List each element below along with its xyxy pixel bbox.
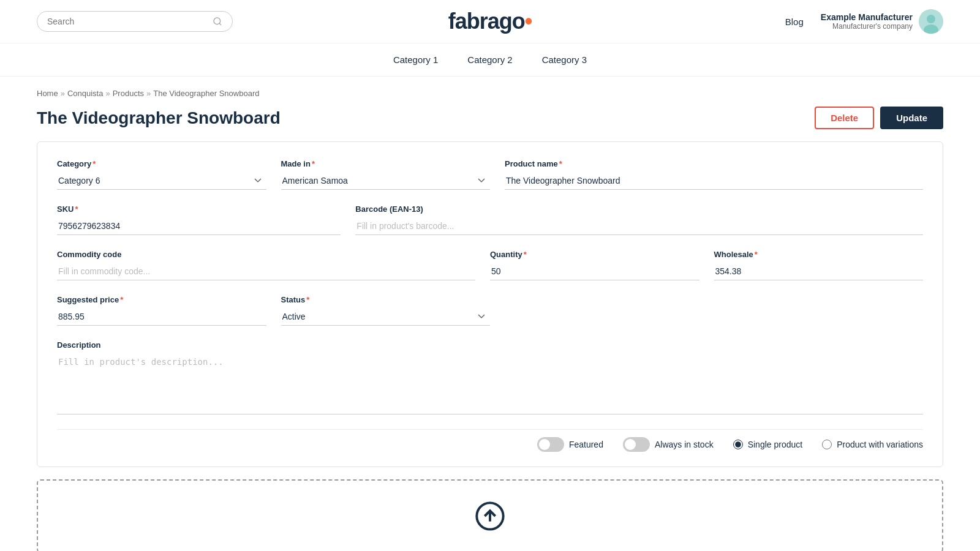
wholesale-required: * (755, 250, 758, 259)
logo: fabrago• (448, 9, 532, 34)
sku-label: SKU* (57, 204, 341, 214)
logo-dot: • (525, 9, 532, 34)
svg-point-3 (927, 15, 935, 23)
made-in-select[interactable]: American Samoa United States Germany Fra… (281, 172, 491, 190)
logo-area: fabrago• (339, 9, 641, 34)
header: fabrago• Blog Example Manufacturer Manuf… (0, 0, 980, 43)
user-info: Example Manufacturer Manufacturer's comp… (821, 9, 943, 34)
suggested-price-required: * (120, 295, 123, 304)
quantity-required: * (524, 250, 527, 259)
update-button[interactable]: Update (880, 107, 943, 129)
suggested-price-input[interactable] (57, 308, 266, 326)
header-right: Blog Example Manufacturer Manufacturer's… (641, 9, 943, 34)
breadcrumb-level1[interactable]: Conquista (67, 89, 104, 98)
made-in-label: Made in* (281, 159, 491, 168)
always-in-stock-toggle-group: Always in stock (623, 437, 714, 452)
sku-input[interactable] (57, 217, 341, 235)
barcode-group: Barcode (EAN-13) (355, 204, 923, 235)
suggested-price-label: Suggested price* (57, 295, 266, 304)
blog-link[interactable]: Blog (785, 17, 804, 27)
upload-area[interactable] (37, 479, 943, 551)
product-name-input[interactable] (505, 172, 923, 190)
barcode-input[interactable] (355, 217, 923, 235)
status-spacer (505, 295, 923, 326)
page-title: The Videographer Snowboard (37, 108, 281, 128)
category-group: Category* Category 1 Category 2 Category… (57, 159, 266, 190)
form-row-2: SKU* Barcode (EAN-13) (57, 204, 923, 235)
breadcrumb-current: The Videographer Snowboard (153, 89, 259, 98)
status-group: Status* Active Inactive Draft (281, 295, 491, 326)
always-in-stock-toggle[interactable] (623, 437, 650, 452)
status-select[interactable]: Active Inactive Draft (281, 308, 491, 326)
main-nav: Category 1 Category 2 Category 3 (0, 43, 980, 77)
category-select[interactable]: Category 1 Category 2 Category 3 Categor… (57, 172, 266, 190)
avatar (919, 9, 943, 34)
sku-group: SKU* (57, 204, 341, 235)
form-row-description: Description (57, 340, 923, 414)
sku-required: * (75, 204, 78, 214)
product-variations-radio[interactable] (822, 440, 832, 449)
always-in-stock-label: Always in stock (655, 440, 714, 449)
user-name: Example Manufacturer (821, 12, 913, 22)
form-row-3: Commodity code Quantity* Wholesale* (57, 250, 923, 280)
description-label: Description (57, 340, 923, 350)
breadcrumb-level2[interactable]: Products (113, 89, 144, 98)
nav-category3[interactable]: Category 3 (542, 54, 587, 65)
nav-category2[interactable]: Category 2 (467, 54, 512, 65)
featured-toggle-slider (537, 437, 564, 452)
featured-label: Featured (569, 440, 603, 449)
action-buttons: Delete Update (815, 107, 943, 129)
suggested-price-group: Suggested price* (57, 295, 266, 326)
featured-toggle[interactable] (537, 437, 564, 452)
category-label: Category* (57, 159, 266, 168)
svg-line-1 (219, 23, 221, 25)
description-textarea[interactable] (57, 353, 923, 414)
breadcrumb-home[interactable]: Home (37, 89, 58, 98)
nav-category1[interactable]: Category 1 (393, 54, 438, 65)
always-in-stock-slider (623, 437, 650, 452)
made-in-required: * (312, 159, 315, 168)
quantity-input[interactable] (490, 263, 699, 280)
product-name-required: * (559, 159, 562, 168)
commodity-code-input[interactable] (57, 263, 475, 280)
product-variations-label: Product with variations (837, 440, 923, 449)
single-product-radio[interactable] (733, 440, 743, 449)
product-form: Category* Category 1 Category 2 Category… (37, 141, 943, 467)
search-input[interactable] (47, 17, 208, 26)
wholesale-group: Wholesale* (714, 250, 924, 280)
quantity-group: Quantity* (490, 250, 699, 280)
barcode-label: Barcode (EAN-13) (355, 204, 923, 214)
single-product-label: Single product (748, 440, 803, 449)
delete-button[interactable]: Delete (815, 107, 874, 129)
wholesale-input[interactable] (714, 263, 924, 280)
description-group: Description (57, 340, 923, 414)
user-text: Example Manufacturer Manufacturer's comp… (821, 12, 913, 31)
product-variations-radio-group: Product with variations (822, 440, 923, 449)
category-required: * (92, 159, 96, 168)
status-label: Status* (281, 295, 491, 304)
product-name-group: Product name* (505, 159, 923, 190)
status-required: * (306, 295, 309, 304)
commodity-code-group: Commodity code (57, 250, 475, 280)
breadcrumb-sep2: » (105, 89, 110, 98)
product-name-label: Product name* (505, 159, 923, 168)
page-title-row: The Videographer Snowboard Delete Update (0, 103, 980, 141)
wholesale-label: Wholesale* (714, 250, 924, 259)
featured-toggle-group: Featured (537, 437, 603, 452)
svg-point-0 (214, 18, 221, 24)
quantity-label: Quantity* (490, 250, 699, 259)
header-left (37, 11, 339, 32)
form-row-4: Suggested price* Status* Active Inactive… (57, 295, 923, 326)
breadcrumb: Home » Conquista » Products » The Videog… (0, 77, 980, 103)
upload-icon (474, 500, 506, 532)
single-product-radio-group: Single product (733, 440, 803, 449)
search-box[interactable] (37, 11, 233, 32)
breadcrumb-sep1: » (61, 89, 65, 98)
breadcrumb-sep3: » (146, 89, 151, 98)
search-icon (213, 17, 222, 26)
form-bottom-controls: Featured Always in stock Single product … (57, 429, 923, 452)
form-row-1: Category* Category 1 Category 2 Category… (57, 159, 923, 190)
made-in-group: Made in* American Samoa United States Ge… (281, 159, 491, 190)
commodity-code-label: Commodity code (57, 250, 475, 259)
user-company: Manufacturer's company (821, 22, 913, 31)
